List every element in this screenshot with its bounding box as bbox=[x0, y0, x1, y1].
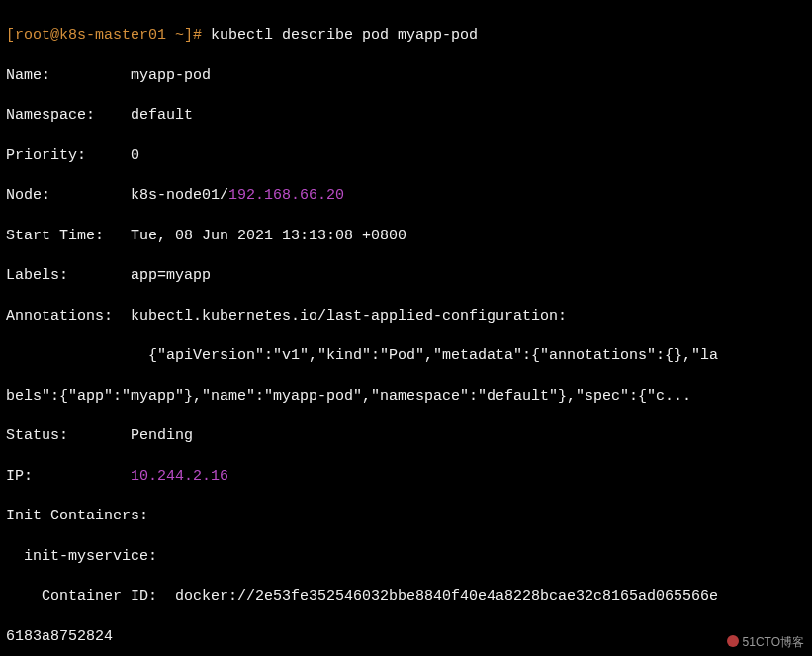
kv-annotations-json2: bels":{"app":"myapp"},"name":"myapp-pod"… bbox=[6, 387, 806, 407]
node-ip: 192.168.66.20 bbox=[228, 187, 344, 204]
init-containers-header: Init Containers: bbox=[6, 507, 806, 526]
shell-prompt: [root@k8s-master01 ~]# bbox=[6, 27, 202, 44]
watermark-text: 51CTO博客 bbox=[743, 635, 804, 649]
init-container-name: init-myservice: bbox=[6, 547, 806, 567]
init-container-id2: 6183a8752824 bbox=[6, 627, 806, 647]
kv-namespace: Namespace: default bbox=[6, 106, 806, 126]
pod-ip: 10.244.2.16 bbox=[131, 468, 228, 485]
kv-node: Node: k8s-node01/192.168.66.20 bbox=[6, 186, 806, 206]
kv-start-time: Start Time: Tue, 08 Jun 2021 13:13:08 +0… bbox=[6, 227, 806, 246]
init-container-id: Container ID: docker://2e53fe352546032bb… bbox=[6, 587, 806, 607]
command-text: kubectl describe pod myapp-pod bbox=[211, 27, 478, 44]
terminal-output: [root@k8s-master01 ~]# kubectl describe … bbox=[0, 0, 812, 656]
kv-labels: Labels: app=myapp bbox=[6, 266, 806, 286]
kv-ip: IP: 10.244.2.16 bbox=[6, 467, 806, 487]
watermark-logo-icon bbox=[727, 635, 739, 647]
kv-annotations-json1: {"apiVersion":"v1","kind":"Pod","metadat… bbox=[6, 346, 806, 366]
kv-name: Name: myapp-pod bbox=[6, 66, 806, 86]
watermark: 51CTO博客 bbox=[727, 634, 804, 650]
kv-annotations: Annotations: kubectl.kubernetes.io/last-… bbox=[6, 307, 806, 327]
kv-priority: Priority: 0 bbox=[6, 146, 806, 166]
prompt-line: [root@k8s-master01 ~]# kubectl describe … bbox=[6, 26, 806, 46]
kv-status: Status: Pending bbox=[6, 426, 806, 446]
